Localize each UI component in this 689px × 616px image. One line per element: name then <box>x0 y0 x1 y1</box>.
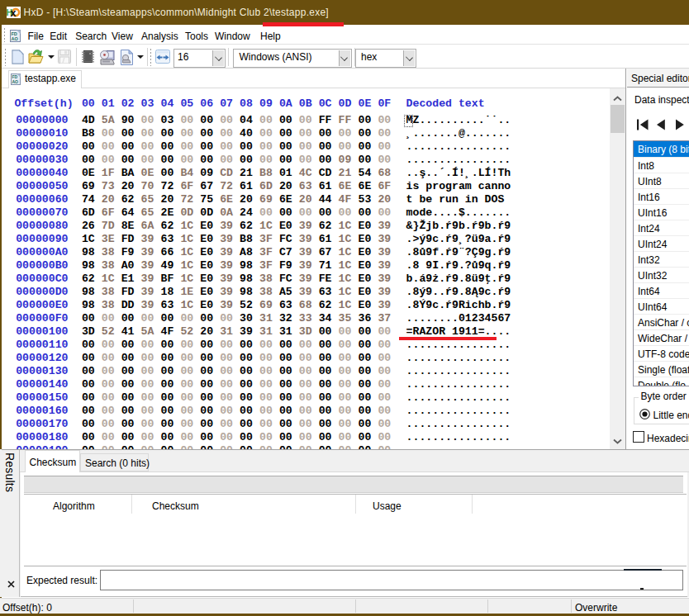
svg-text:AO: AO <box>12 79 18 84</box>
svg-text:FD: FD <box>12 31 17 36</box>
svg-text:AO: AO <box>12 36 19 41</box>
svg-text:x: x <box>10 7 16 18</box>
